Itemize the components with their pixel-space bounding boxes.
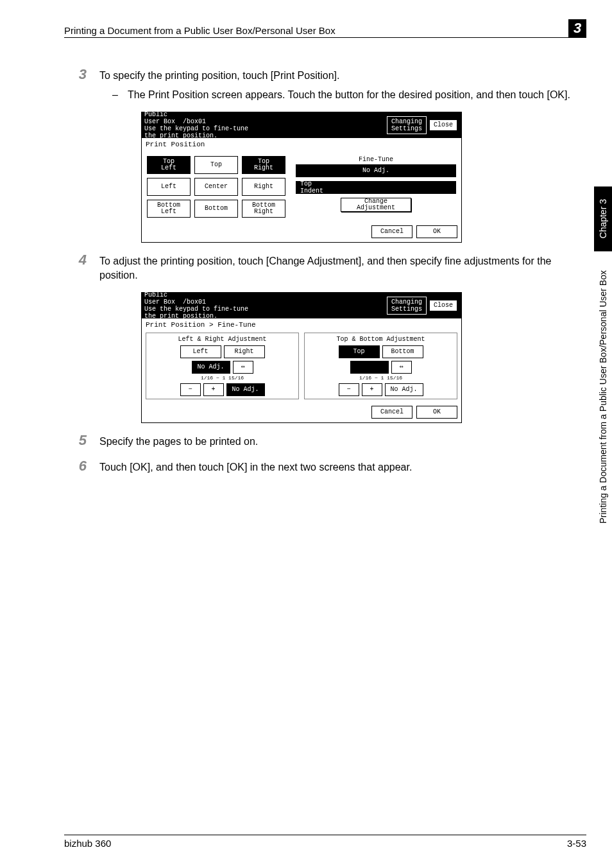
changing-settings-chip: Changing Settings — [387, 297, 427, 315]
ok-button[interactable]: OK — [416, 406, 457, 419]
header-title: Printing a Document from a Public User B… — [64, 25, 568, 36]
step-text: To adjust the printing position, touch [… — [99, 252, 586, 283]
footer-right: 3-53 — [567, 838, 586, 849]
step-number: 6 — [64, 458, 99, 474]
chapter-number-box: 3 — [568, 19, 586, 37]
print-position-screen: Public User Box /box01 Use the keypad to… — [141, 112, 462, 243]
screen-subtitle: Print Position > Fine-Tune — [142, 318, 461, 331]
cancel-button[interactable]: Cancel — [371, 225, 412, 238]
top-bottom-adjustment-panel: Top & Bottom Adjustment Top Bottom ⇔ 1/1… — [304, 333, 457, 399]
panel-title: Top & Bottom Adjustment — [307, 336, 454, 343]
tb-plus-button[interactable]: + — [362, 383, 382, 396]
tb-range: 1/16 ~ 1 15/16 — [307, 375, 454, 381]
fine-tune-label: Fine-Tune — [296, 155, 456, 164]
tb-value — [350, 361, 389, 374]
step-text: Specify the pages to be printed on. — [99, 432, 586, 449]
chapter-tab: Chapter 3 — [594, 186, 612, 251]
bullet-text: The Print Position screen appears. Touch… — [128, 88, 586, 102]
tb-minus-button[interactable]: − — [339, 383, 359, 396]
pos-right[interactable]: Right — [242, 178, 285, 196]
left-right-adjustment-panel: Left & Right Adjustment Left Right No Ad… — [146, 333, 299, 399]
step-number: 4 — [64, 252, 99, 283]
screen-subtitle: Print Position — [142, 138, 461, 151]
cancel-button[interactable]: Cancel — [371, 406, 412, 419]
lr-minus-button[interactable]: − — [180, 383, 201, 396]
shift-top-button[interactable]: Top — [339, 345, 380, 358]
close-button[interactable]: Close — [429, 119, 457, 131]
shift-left-button[interactable]: Left — [180, 345, 221, 358]
close-button[interactable]: Close — [429, 300, 457, 311]
pos-bottom-right[interactable]: Bottom Right — [242, 200, 285, 218]
tb-result: No Adj. — [385, 383, 423, 396]
screen-topbar-text: Public User Box /box01 Use the keypad to… — [144, 291, 386, 320]
pos-bottom-left[interactable]: Bottom Left — [147, 200, 191, 218]
pos-bottom[interactable]: Bottom — [194, 200, 238, 218]
pos-top[interactable]: Top — [194, 156, 238, 174]
lr-arrow-icon: ⇔ — [233, 361, 253, 374]
lr-result: No Adj. — [226, 383, 265, 396]
screen-topbar-text: Public User Box /box01 Use the keypad to… — [144, 111, 386, 139]
lr-value: No Adj. — [192, 361, 230, 374]
step-number: 3 — [64, 66, 99, 103]
pos-left[interactable]: Left — [147, 178, 191, 196]
bullet-dash: – — [112, 88, 128, 102]
change-adjustment-button[interactable]: Change Adjustment — [341, 198, 411, 212]
shift-right-button[interactable]: Right — [224, 345, 265, 358]
footer-left: bizhub 360 — [64, 838, 111, 849]
panel-title: Left & Right Adjustment — [149, 336, 296, 343]
pos-center[interactable]: Center — [194, 178, 238, 196]
sidebar-title: Printing a Document from a Public User B… — [598, 270, 608, 524]
shift-bottom-button[interactable]: Bottom — [382, 345, 423, 358]
ok-button[interactable]: OK — [416, 225, 457, 238]
tb-arrow-icon: ⇔ — [391, 361, 412, 374]
top-indent-button[interactable]: Top Indent — [296, 181, 456, 194]
fine-tune-screen: Public User Box /box01 Use the keypad to… — [141, 292, 462, 423]
lr-plus-button[interactable]: + — [203, 383, 224, 396]
changing-settings-chip: Changing Settings — [387, 116, 427, 134]
lr-range: 1/16 ~ 1 15/16 — [149, 375, 296, 381]
pos-top-right[interactable]: Top Right — [242, 156, 285, 174]
pos-top-left[interactable]: Top Left — [147, 156, 191, 174]
no-adj-button[interactable]: No Adj. — [296, 164, 456, 177]
step-text: Touch [OK], and then touch [OK] in the n… — [99, 458, 586, 474]
step-number: 5 — [64, 432, 99, 449]
step-text: To specify the printing position, touch … — [99, 69, 586, 83]
